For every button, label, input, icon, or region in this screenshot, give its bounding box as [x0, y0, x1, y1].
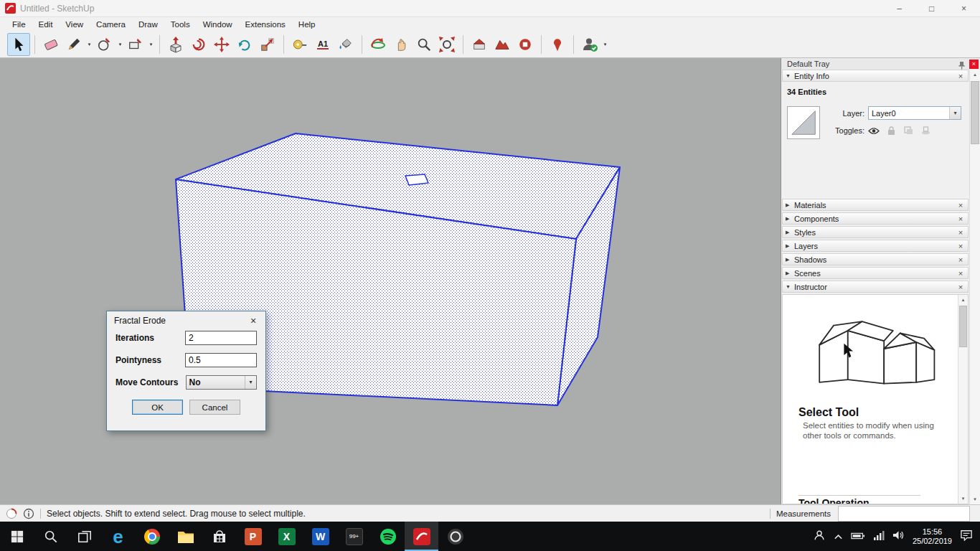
visible-eye-icon[interactable] — [868, 126, 880, 136]
geolocation-status-icon[interactable] — [6, 508, 17, 519]
extension-tool-4-button[interactable] — [546, 33, 569, 56]
taskbar-powerpoint[interactable]: P — [236, 522, 270, 551]
menu-window[interactable]: Window — [197, 20, 239, 29]
pointyness-input[interactable] — [185, 353, 257, 367]
tray-section-materials[interactable]: ▶ Materials × — [782, 199, 969, 211]
taskbar-store[interactable] — [202, 522, 236, 551]
menu-extensions[interactable]: Extensions — [239, 20, 292, 29]
people-icon[interactable] — [813, 529, 826, 545]
rotate-tool-button[interactable] — [233, 33, 256, 56]
taskbar-clock[interactable]: 15:56 25/02/2019 — [913, 527, 952, 546]
paintbucket-tool-button[interactable] — [334, 33, 357, 56]
close-icon[interactable]: × — [956, 201, 965, 209]
taskbar-spotify[interactable] — [371, 522, 405, 551]
dialog-title-bar[interactable]: Fractal Erode × — [107, 311, 265, 330]
cancel-button[interactable]: Cancel — [189, 400, 240, 415]
receive-shadows-icon[interactable] — [920, 126, 931, 136]
task-view-button[interactable] — [67, 522, 101, 551]
info-icon[interactable] — [23, 508, 34, 519]
menu-file[interactable]: File — [6, 20, 32, 29]
close-icon[interactable]: × — [956, 72, 965, 80]
rectangle-tool-button[interactable] — [124, 33, 147, 56]
maximize-button[interactable]: □ — [915, 0, 948, 17]
iterations-input[interactable] — [185, 331, 257, 345]
extension-tool-1-button[interactable] — [468, 33, 491, 56]
account-tool-button[interactable] — [578, 33, 601, 56]
top-face-hole[interactable] — [405, 174, 428, 185]
taskbar-chrome[interactable] — [135, 522, 169, 551]
close-icon[interactable]: × — [956, 255, 965, 264]
pushpull-tool-button[interactable] — [164, 33, 187, 56]
taskbar-file-explorer[interactable] — [169, 522, 202, 551]
tape-measure-tool-button[interactable] — [288, 33, 311, 56]
zoom-tool-button[interactable] — [413, 33, 435, 56]
measurements-input[interactable] — [838, 506, 970, 522]
extension-tool-3-button[interactable] — [514, 33, 537, 56]
rectangle-tool-dropdown[interactable]: ▼ — [147, 34, 155, 55]
pan-tool-button[interactable] — [390, 33, 413, 56]
tray-section-shadows[interactable]: ▶ Shadows × — [782, 253, 969, 265]
orbit-tool-button[interactable] — [367, 33, 390, 56]
close-button[interactable]: × — [948, 0, 980, 17]
close-icon[interactable]: × — [956, 228, 965, 237]
move-contours-select[interactable]: No ▾ — [186, 375, 258, 390]
lock-icon[interactable] — [885, 126, 897, 136]
close-icon[interactable]: × — [956, 215, 965, 223]
tray-close-button[interactable]: × — [969, 60, 979, 69]
scrollbar-thumb[interactable] — [959, 306, 967, 347]
scroll-up-icon[interactable]: ▲ — [958, 295, 968, 305]
move-tool-button[interactable] — [210, 33, 233, 56]
scale-tool-button[interactable] — [256, 33, 279, 56]
line-tool-button[interactable] — [62, 33, 85, 56]
tray-scrollbar[interactable]: ▲ ▼ — [969, 70, 980, 504]
extension-tool-2-button[interactable] — [491, 33, 514, 56]
layer-select[interactable]: Layer0 ▾ — [868, 106, 961, 120]
menu-tools[interactable]: Tools — [164, 20, 197, 29]
arc-tool-dropdown[interactable]: ▼ — [116, 34, 124, 55]
menu-draw[interactable]: Draw — [132, 20, 164, 29]
menu-view[interactable]: View — [59, 20, 90, 29]
modeling-canvas[interactable] — [0, 58, 781, 504]
close-icon[interactable]: × — [956, 269, 965, 278]
close-icon[interactable]: × — [956, 242, 965, 250]
line-tool-dropdown[interactable]: ▼ — [85, 34, 93, 55]
action-center-icon[interactable] — [960, 529, 973, 544]
text-tool-button[interactable]: A1 — [311, 33, 334, 56]
cast-shadows-icon[interactable] — [903, 126, 914, 136]
taskbar-excel[interactable]: X — [270, 522, 303, 551]
menu-camera[interactable]: Camera — [90, 20, 132, 29]
tray-expand-chevron-icon[interactable] — [834, 530, 843, 543]
network-icon[interactable] — [873, 530, 885, 543]
volume-icon[interactable] — [892, 530, 905, 543]
scrollbar-thumb[interactable] — [971, 81, 979, 144]
tray-section-entity-info[interactable]: ▼ Entity Info × — [782, 70, 969, 82]
instructor-scrollbar[interactable]: ▲ ▼ — [958, 295, 968, 504]
menu-edit[interactable]: Edit — [32, 20, 60, 29]
tray-title-bar[interactable]: Default Tray × — [781, 58, 980, 70]
dialog-close-button[interactable]: × — [247, 315, 260, 326]
eraser-tool-button[interactable] — [39, 33, 62, 56]
menu-help[interactable]: Help — [292, 20, 322, 29]
zoom-extents-tool-button[interactable] — [435, 33, 458, 56]
taskbar-word[interactable]: W — [303, 522, 337, 551]
taskbar-edge[interactable]: e — [101, 522, 135, 551]
tray-section-scenes[interactable]: ▶ Scenes × — [782, 267, 969, 279]
battery-icon[interactable] — [851, 530, 865, 543]
account-tool-dropdown[interactable]: ▼ — [601, 34, 609, 55]
tray-section-layers[interactable]: ▶ Layers × — [782, 240, 969, 252]
start-button[interactable] — [0, 522, 34, 551]
tray-section-styles[interactable]: ▶ Styles × — [782, 226, 969, 238]
followme-tool-button[interactable] — [187, 33, 210, 56]
tray-section-components[interactable]: ▶ Components × — [782, 212, 969, 225]
tray-section-instructor[interactable]: ▼ Instructor × — [782, 281, 969, 293]
close-icon[interactable]: × — [956, 283, 965, 291]
minimize-button[interactable]: – — [883, 0, 915, 17]
scroll-down-icon[interactable]: ▼ — [970, 494, 980, 504]
arc-tool-button[interactable] — [93, 33, 116, 56]
select-tool-button[interactable] — [7, 33, 30, 56]
taskbar-app-badge[interactable]: 99+ — [337, 522, 371, 551]
scroll-down-icon[interactable]: ▼ — [958, 494, 968, 504]
ok-button[interactable]: OK — [132, 400, 183, 415]
taskbar-sketchup[interactable] — [405, 522, 438, 551]
taskbar-search-button[interactable] — [34, 522, 67, 551]
